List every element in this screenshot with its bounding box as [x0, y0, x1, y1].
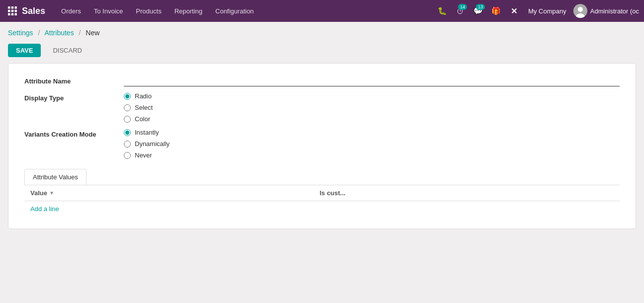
- menu-item-configuration[interactable]: Configuration: [209, 5, 260, 17]
- avatar: [573, 4, 587, 18]
- menu-item-to-invoice[interactable]: To Invoice: [88, 5, 129, 17]
- display-type-label: Display Type: [24, 92, 124, 102]
- display-type-radio-color[interactable]: Color: [124, 115, 620, 123]
- top-navigation: Sales Orders To Invoice Products Reporti…: [0, 0, 644, 22]
- svg-rect-3: [8, 10, 10, 12]
- svg-rect-2: [15, 6, 17, 9]
- user-name: Administrator (oc: [590, 7, 639, 15]
- variants-mode-radio-group: Instantly Dynamically Never: [124, 129, 620, 159]
- variants-mode-option-never: Never: [135, 152, 152, 159]
- column-header-is-custom: Is cust...: [314, 185, 620, 201]
- svg-rect-7: [11, 13, 14, 16]
- variants-mode-option-dynamically: Dynamically: [135, 140, 170, 148]
- display-type-radio-radio[interactable]: Radio: [124, 92, 620, 100]
- breadcrumb-sep-2: /: [79, 29, 81, 37]
- attribute-name-field: [124, 76, 620, 86]
- activity-badge: 14: [458, 4, 467, 10]
- breadcrumb-settings[interactable]: Settings: [8, 29, 33, 37]
- display-type-row: Display Type Radio Select Color: [24, 92, 620, 123]
- attribute-values-table: Value ▼ Is cust...: [24, 185, 620, 201]
- svg-rect-6: [8, 13, 10, 16]
- column-header-value[interactable]: Value ▼: [24, 185, 314, 201]
- save-button[interactable]: SAVE: [8, 44, 41, 57]
- display-type-option-radio: Radio: [135, 92, 152, 100]
- main-content: Attribute Name Display Type Radio Select: [0, 63, 644, 237]
- variants-mode-radio-input-never[interactable]: [124, 152, 131, 159]
- display-type-field: Radio Select Color: [124, 92, 620, 123]
- svg-rect-0: [8, 6, 10, 9]
- form-card: Attribute Name Display Type Radio Select: [8, 63, 636, 229]
- gift-icon[interactable]: 🎁: [488, 3, 503, 18]
- messages-icon[interactable]: 💬 13: [470, 3, 485, 18]
- display-type-radio-input-radio[interactable]: [124, 93, 131, 100]
- add-line-button[interactable]: Add a line: [24, 201, 65, 217]
- sort-arrow-value: ▼: [49, 190, 54, 196]
- grid-menu-icon[interactable]: [5, 3, 20, 18]
- breadcrumb-attributes[interactable]: Attributes: [45, 29, 74, 37]
- breadcrumb: Settings / Attributes / New: [0, 22, 644, 41]
- display-type-radio-input-select[interactable]: [124, 104, 131, 111]
- company-name: My Company: [528, 7, 566, 15]
- variants-mode-label: Variants Creation Mode: [24, 129, 124, 138]
- variants-mode-field: Instantly Dynamically Never: [124, 129, 620, 159]
- display-type-radio-select[interactable]: Select: [124, 104, 620, 111]
- svg-rect-8: [15, 13, 17, 16]
- svg-rect-5: [15, 10, 17, 12]
- menu-item-reporting[interactable]: Reporting: [169, 5, 208, 17]
- display-type-option-color: Color: [135, 115, 150, 123]
- display-type-option-select: Select: [135, 104, 153, 111]
- toolbar: SAVE DISCARD: [0, 41, 644, 63]
- breadcrumb-sep-1: /: [38, 29, 40, 37]
- variants-mode-radio-input-instantly[interactable]: [124, 129, 131, 136]
- menu-item-products[interactable]: Products: [130, 5, 167, 17]
- top-menu: Orders To Invoice Products Reporting Con…: [55, 5, 433, 17]
- activity-icon[interactable]: ⏱ 14: [453, 3, 467, 18]
- variants-mode-row: Variants Creation Mode Instantly Dynamic…: [24, 129, 620, 159]
- bug-icon[interactable]: 🐛: [435, 3, 450, 18]
- tab-attribute-values[interactable]: Attribute Values: [24, 169, 87, 185]
- attribute-name-row: Attribute Name: [24, 76, 620, 86]
- app-title: Sales: [22, 6, 45, 16]
- user-menu[interactable]: Administrator (oc: [573, 4, 639, 18]
- tab-bar: Attribute Values: [24, 169, 620, 185]
- display-type-radio-input-color[interactable]: [124, 116, 131, 123]
- display-type-radio-group: Radio Select Color: [124, 92, 620, 123]
- topnav-actions: 🐛 ⏱ 14 💬 13 🎁 ✕ My Company Administr: [435, 3, 639, 18]
- variants-mode-radio-never[interactable]: Never: [124, 152, 620, 159]
- messages-badge: 13: [476, 4, 485, 10]
- svg-rect-1: [11, 6, 14, 9]
- svg-point-10: [578, 7, 583, 12]
- menu-item-orders[interactable]: Orders: [55, 5, 87, 17]
- attribute-name-input[interactable]: [124, 76, 620, 86]
- attribute-name-label: Attribute Name: [24, 76, 124, 85]
- svg-rect-4: [11, 10, 14, 12]
- breadcrumb-current: New: [86, 29, 99, 37]
- close-icon[interactable]: ✕: [506, 3, 521, 18]
- variants-mode-radio-input-dynamically[interactable]: [124, 141, 131, 148]
- variants-mode-radio-instantly[interactable]: Instantly: [124, 129, 620, 136]
- discard-button[interactable]: DISCARD: [45, 44, 90, 57]
- variants-mode-option-instantly: Instantly: [135, 129, 159, 136]
- variants-mode-radio-dynamically[interactable]: Dynamically: [124, 140, 620, 148]
